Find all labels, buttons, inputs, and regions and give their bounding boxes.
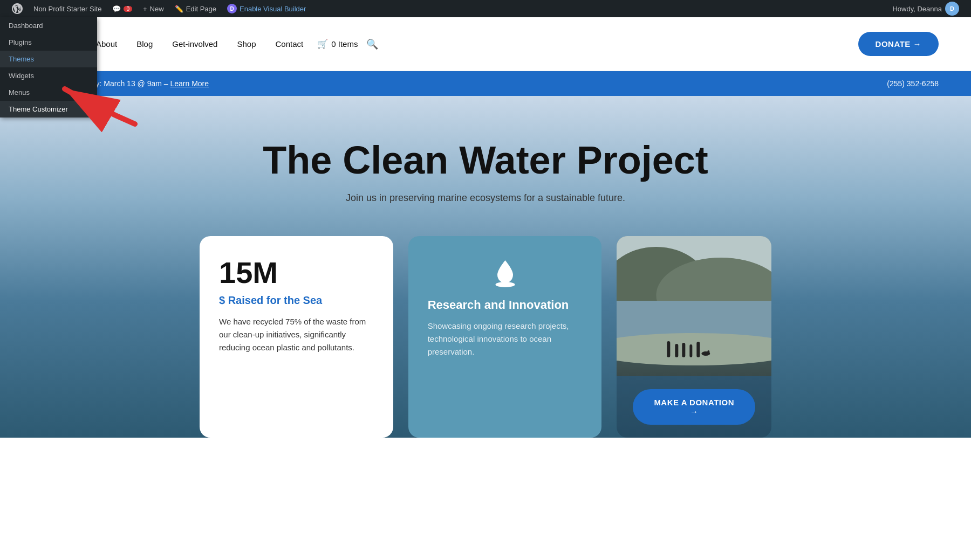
research-card: Research and Innovation Showcasing ongoi… xyxy=(408,236,602,438)
card-label: $ Raised for the Sea xyxy=(219,294,374,307)
new-button[interactable]: + New xyxy=(138,0,169,17)
make-donation-button[interactable]: MAKE A DONATION → xyxy=(633,389,755,425)
nav-shop[interactable]: Shop xyxy=(227,39,265,49)
new-label: New xyxy=(150,5,164,13)
nav-get-involved[interactable]: Get-involved xyxy=(162,39,227,49)
svg-rect-8 xyxy=(675,344,679,357)
hero-subtitle: Join us in preserving marine ecosystems … xyxy=(346,192,625,204)
donate-button[interactable]: DONATE → xyxy=(858,32,939,56)
water-icon xyxy=(428,258,583,287)
nav-blog[interactable]: Blog xyxy=(127,39,162,49)
make-donation-label: MAKE A DONATION → xyxy=(652,398,736,416)
banner-phone: (255) 352-6258 xyxy=(887,79,939,88)
card-description: We have recycled 75% of the waste from o… xyxy=(219,315,374,354)
wp-logo[interactable] xyxy=(6,0,28,17)
svg-rect-9 xyxy=(682,343,686,357)
site-name[interactable]: Non Profit Starter Site xyxy=(28,0,107,17)
cart-icon: 🛒 xyxy=(317,39,328,49)
comments-link[interactable]: 💬 0 xyxy=(107,0,138,17)
edit-page-button[interactable]: ✏️ Edit Page xyxy=(169,0,222,17)
photo-card: MAKE A DONATION → xyxy=(617,236,771,438)
pencil-icon: ✏️ xyxy=(175,5,183,13)
howdy-text: Howdy, Deanna xyxy=(892,5,942,13)
cart-area[interactable]: 🛒 0 Items xyxy=(317,39,358,49)
stat-card: 15M $ Raised for the Sea We have recycle… xyxy=(200,236,393,438)
search-button[interactable]: 🔍 xyxy=(366,38,378,50)
svg-point-6 xyxy=(617,333,771,365)
site-nav: About Blog Get-involved Shop Contact 🛒 0… xyxy=(86,38,858,50)
dropdown-item-menus[interactable]: Menus xyxy=(0,84,97,101)
dropdown-item-dashboard[interactable]: Dashboard xyxy=(0,17,97,34)
comment-count: 0 xyxy=(124,6,132,12)
banner-learn-more-link[interactable]: Learn More xyxy=(170,79,209,88)
admin-bar: Non Profit Starter Site 💬 0 + New ✏️ Edi… xyxy=(0,0,971,17)
site-header: D About Blog Get-involved Shop Contact 🛒… xyxy=(0,17,971,71)
svg-rect-11 xyxy=(697,342,700,357)
admin-bar-right: Howdy, Deanna D xyxy=(887,2,965,16)
avatar: D xyxy=(945,2,959,16)
svg-rect-13 xyxy=(708,350,710,354)
card-research-desc: Showcasing ongoing research projects, te… xyxy=(428,320,583,358)
blue-banner: Beach Cleanup Day: March 13 @ 9am – Lear… xyxy=(0,71,971,96)
dropdown-item-widgets[interactable]: Widgets xyxy=(0,67,97,84)
svg-rect-10 xyxy=(690,344,693,357)
dropdown-item-plugins[interactable]: Plugins xyxy=(0,34,97,51)
hero-title: The Clean Water Project xyxy=(263,139,708,182)
divi-icon: D xyxy=(227,4,237,13)
dropdown-item-theme-customizer[interactable]: Theme Customizer xyxy=(0,101,97,117)
card-stat: 15M xyxy=(219,258,374,288)
visual-builder-label: Enable Visual Builder xyxy=(240,5,306,13)
cards-row: 15M $ Raised for the Sea We have recycle… xyxy=(189,236,782,438)
visual-builder-button[interactable]: D Enable Visual Builder xyxy=(222,0,311,17)
photo-background xyxy=(617,236,771,376)
svg-point-1 xyxy=(495,282,515,287)
nav-contact[interactable]: Contact xyxy=(266,39,313,49)
card-photo-inner: MAKE A DONATION → xyxy=(617,376,771,438)
plus-icon: + xyxy=(143,5,147,13)
comment-icon: 💬 xyxy=(112,5,121,13)
svg-rect-7 xyxy=(667,341,671,357)
site-name-label: Non Profit Starter Site xyxy=(33,5,101,13)
howdy-greeting: Howdy, Deanna D xyxy=(887,2,965,16)
cart-label: 0 Items xyxy=(331,39,358,49)
hero-section: The Clean Water Project Join us in prese… xyxy=(0,96,971,438)
edit-page-label: Edit Page xyxy=(186,5,216,13)
dropdown-item-themes[interactable]: Themes xyxy=(0,51,97,67)
donate-label: DONATE → xyxy=(876,39,921,49)
dropdown-menu: Dashboard Plugins Themes Widgets Menus T… xyxy=(0,17,97,117)
card-research-title: Research and Innovation xyxy=(428,298,583,312)
